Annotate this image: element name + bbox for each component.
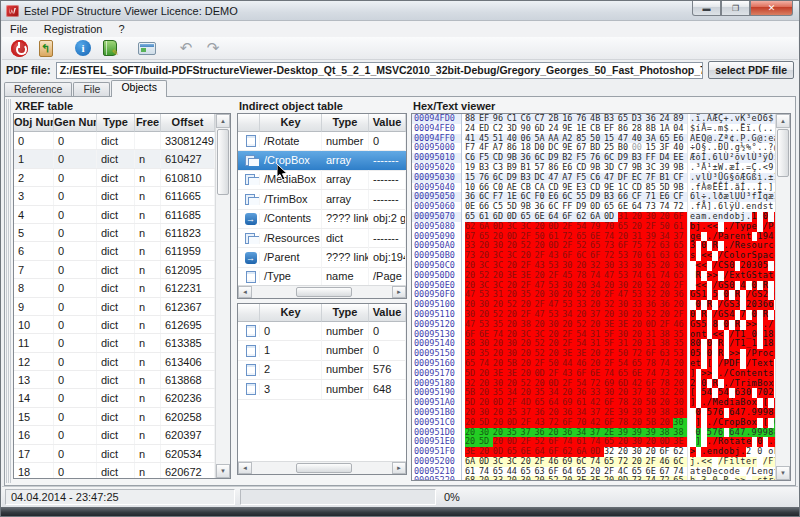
scrollbar-thumb[interactable] [296,287,352,297]
indirect-horizontal-scrollbar[interactable]: ◄ ► [238,285,406,298]
info-button[interactable]: i [70,38,96,58]
license-button[interactable] [134,38,160,58]
column-header[interactable]: Value [369,114,406,132]
exit-button[interactable] [6,38,32,58]
char: R [724,476,730,480]
xref-row[interactable]: 50dictn611823 [14,224,215,242]
page-icon [246,383,256,395]
xref-row[interactable]: 170dictn620534 [14,445,215,463]
xref-row[interactable]: 60dictn611959 [14,242,215,260]
column-header[interactable]: Type [322,304,369,322]
cell: 610427 [161,150,215,167]
xref-row[interactable]: 160dictn620397 [14,426,215,444]
scroll-left-arrow-icon[interactable]: ◄ [238,462,252,474]
xref-row[interactable]: 120dictn613406 [14,353,215,371]
object-row[interactable]: /Typename/Page [238,268,406,285]
xref-row[interactable]: 100dictn612695 [14,316,215,334]
cell: 1 [14,150,54,167]
xref-row[interactable]: 130dictn613868 [14,371,215,389]
xref-row[interactable]: 10dictn610427 [14,150,215,168]
menu-item-registration[interactable]: Registration [36,22,111,36]
registration-button[interactable] [97,38,123,58]
column-header[interactable]: Type [322,114,369,132]
cell: 620258 [161,408,215,425]
cell: 15 [14,408,54,425]
pdf-path-field[interactable]: Z:/ESTEL_SOFT/build-PDFStructureViewer-D… [56,62,704,79]
hex-row[interactable]: 0009522068203320302052203E3E200D73747265… [412,476,775,480]
scroll-right-arrow-icon[interactable]: ► [392,286,406,298]
xref-row[interactable]: 150dictn620258 [14,408,215,426]
menu-item-file[interactable]: File [2,22,36,36]
xref-row[interactable]: 00dict33081249 [14,132,215,150]
scroll-left-arrow-icon[interactable]: ◄ [238,286,252,298]
column-header[interactable]: Key [260,304,322,322]
xref-row[interactable]: 30dictn611665 [14,187,215,205]
column-header[interactable]: Key [260,114,322,132]
splitter-handle[interactable] [6,99,11,483]
select-pdf-file-button[interactable]: select PDF file [708,61,794,79]
object-row[interactable]: /Resourcesdict------- [238,229,406,248]
tab-objects[interactable]: Objects [111,80,167,96]
xref-row[interactable]: 140dictn620236 [14,389,215,407]
object-row[interactable]: 3number648 [238,380,406,399]
cell: 14 [14,389,54,406]
xref-row[interactable]: 20dictn610810 [14,169,215,187]
indirect-object-table: KeyTypeValue /Rotatenumber0/CropBoxarray… [237,113,407,299]
column-header[interactable]: Offset [161,114,215,132]
column-header[interactable]: Obj Num [14,114,54,132]
scroll-right-arrow-icon[interactable]: ► [392,462,406,474]
maximize-button[interactable]: ❐ [721,1,750,16]
undo-button[interactable]: ↶ [173,38,199,58]
scroll-down-arrow-icon[interactable]: ▼ [216,464,230,478]
object-row[interactable]: 0number0 [238,322,406,341]
close-button[interactable]: ✕ [750,1,793,16]
object-row[interactable]: /CropBoxarray------- [238,151,406,170]
cell: 0 [54,261,97,278]
document-back-button[interactable] [33,38,59,58]
cell: 33081249 [161,132,215,149]
scrollbar-thumb[interactable] [217,129,229,195]
main-content: XREF table Indirect object table Hex/Tex… [4,96,796,486]
array-horizontal-scrollbar[interactable]: ◄ ► [238,461,406,474]
scrollbar-thumb[interactable] [777,129,789,177]
column-header[interactable]: Gen Num [54,114,97,132]
scroll-up-arrow-icon[interactable]: ▲ [776,114,790,128]
xref-vertical-scrollbar[interactable]: ▲ ▼ [215,114,230,478]
cell: n [135,463,161,478]
column-header[interactable]: Free [135,114,161,132]
xref-row[interactable]: 110dictn613385 [14,334,215,352]
byte: 3E [576,476,590,480]
menu-item-[interactable]: ? [110,22,132,36]
cell: 613868 [161,371,215,388]
scroll-up-arrow-icon[interactable]: ▲ [216,114,230,128]
object-row[interactable]: 2number576 [238,361,406,380]
object-row[interactable]: /MediaBoxarray------- [238,171,406,190]
redo-button[interactable]: ↷ [200,38,226,58]
column-header[interactable] [238,304,260,322]
page-icon [246,345,256,357]
title-bar[interactable]: Estel PDF Structure Viewer Licence: DEMO… [1,1,799,21]
xref-row[interactable]: 80dictn612231 [14,279,215,297]
object-row[interactable]: 1number0 [238,341,406,360]
minimize-button[interactable]: ▬ [692,1,721,16]
hex-vertical-scrollbar[interactable]: ▲ ▼ [775,114,790,480]
xref-row[interactable]: 90dictn612367 [14,298,215,316]
object-row[interactable]: →/Parent???? linkobj:19473 gen:0 [238,248,406,267]
object-row[interactable]: /TrimBoxarray------- [238,190,406,209]
column-header[interactable]: Value [369,304,406,322]
xref-row[interactable]: 70dictn612095 [14,261,215,279]
page-icon [246,325,256,337]
object-row[interactable]: /Rotatenumber0 [238,132,406,151]
cell: 0 [54,169,97,186]
scrollbar-thumb[interactable] [296,463,352,473]
xref-row[interactable]: 180dictn620672 [14,463,215,478]
column-header[interactable] [238,114,260,132]
tab-reference[interactable]: Reference [4,82,72,96]
cell: dict [97,353,135,370]
tab-file[interactable]: File [73,82,110,96]
xref-row[interactable]: 40dictn611685 [14,206,215,224]
scroll-down-arrow-icon[interactable]: ▼ [776,466,790,480]
column-header[interactable]: Type [97,114,135,132]
tab-bar: ReferenceFileObjects [4,80,168,96]
object-row[interactable]: →/Contents???? linkobj:2 gen:0 [238,210,406,229]
